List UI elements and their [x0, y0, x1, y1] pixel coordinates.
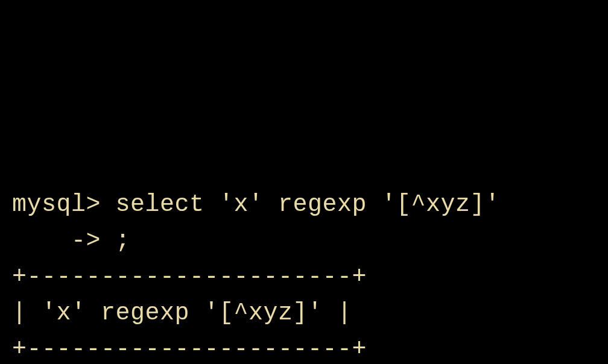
table-border-top: +----------------------+ — [12, 259, 596, 295]
sql-query-line-1: mysql> select 'x' regexp '[^xyz]' — [12, 187, 596, 223]
table-border-mid: +----------------------+ — [12, 331, 596, 364]
terminal-output[interactable]: mysql> select 'x' regexp '[^xyz]' -> ;+-… — [12, 151, 596, 364]
table-header: | 'x' regexp '[^xyz]' | — [12, 295, 596, 331]
sql-query-line-2: -> ; — [12, 223, 596, 259]
